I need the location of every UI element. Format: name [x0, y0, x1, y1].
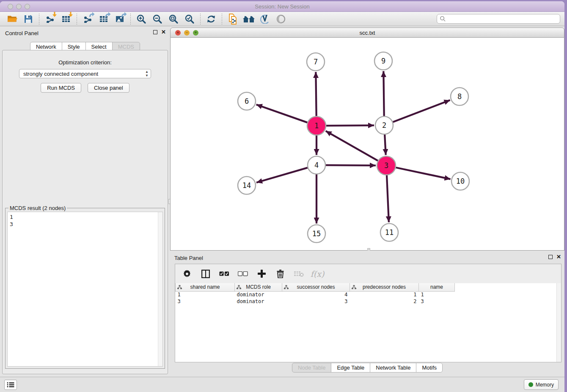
table-panel-body: f(x) shared nameMCDS rolesuccessor nodes…	[175, 264, 561, 362]
column-header-predecessor-nodes[interactable]: predecessor nodes	[350, 283, 419, 291]
graphics-details-icon	[276, 14, 286, 24]
network-graph[interactable]: 1234678910111415	[171, 38, 563, 250]
network-view-window: × − + scc.txt 1234678910111415	[170, 26, 564, 251]
select-all-button[interactable]	[219, 269, 229, 279]
apply-style-icon	[260, 14, 270, 24]
table-row[interactable]: 1dominator411	[176, 291, 455, 298]
export-image-button[interactable]	[113, 13, 126, 25]
criterion-select[interactable]: strongly connected component ▲▼	[19, 69, 151, 78]
import-table-button[interactable]	[60, 13, 72, 25]
zoom-out-icon	[152, 14, 162, 24]
open-session-button[interactable]	[6, 13, 19, 25]
table-settings-button[interactable]	[182, 269, 192, 279]
node-label-6: 6	[245, 97, 249, 105]
column-header-name[interactable]: name	[419, 283, 455, 291]
edge-1-6[interactable]	[256, 105, 308, 122]
table-cell[interactable]: 4	[282, 291, 350, 298]
apply-style-button[interactable]	[259, 13, 271, 25]
function-builder-button[interactable]: f(x)	[312, 269, 322, 279]
memory-button[interactable]: Memory	[524, 379, 559, 390]
table-row[interactable]: 3dominator323	[176, 298, 455, 305]
clone-network-button[interactable]	[226, 13, 239, 25]
search-input[interactable]	[446, 16, 560, 22]
edge-2-3[interactable]	[385, 135, 386, 155]
table-cell[interactable]: 1	[350, 291, 419, 298]
titlebar: Session: New Session	[0, 1, 564, 12]
edge-2-8[interactable]	[393, 100, 450, 122]
table-cell[interactable]: dominator	[235, 291, 282, 298]
edge-3-10[interactable]	[396, 168, 451, 179]
close-panel-icon[interactable]: ✕	[161, 30, 166, 34]
column-header-shared-name[interactable]: shared name	[176, 283, 235, 291]
toolbar-separator	[39, 14, 39, 25]
export-arrow-icon	[89, 12, 95, 17]
import-arrow-icon	[68, 12, 73, 17]
save-session-button[interactable]	[22, 13, 35, 25]
node-table[interactable]: shared nameMCDS rolesuccessor nodesprede…	[175, 283, 556, 362]
table-cell[interactable]: dominator	[235, 298, 282, 305]
desktop: Session: New Session	[0, 0, 567, 392]
sort-icon	[237, 285, 241, 290]
edge-4-3[interactable]	[326, 165, 376, 166]
tab-network-table[interactable]: Network Table	[370, 363, 416, 373]
table-cell[interactable]: 2	[350, 298, 419, 305]
zoom-fit-icon	[168, 14, 179, 24]
tab-edge-table[interactable]: Edge Table	[331, 363, 370, 373]
column-header-MCDS-role[interactable]: MCDS role	[235, 283, 282, 291]
zoom-in-button[interactable]	[135, 13, 148, 25]
float-panel-icon[interactable]	[153, 30, 157, 34]
edge-4-14[interactable]	[256, 168, 308, 182]
column-header-successor-nodes[interactable]: successor nodes	[282, 283, 350, 291]
float-panel-icon[interactable]	[548, 255, 553, 259]
graphics-details-button[interactable]	[275, 13, 287, 25]
main-toolbar	[0, 12, 564, 26]
toolbar-separator	[77, 14, 77, 25]
mcds-panel: Optimization criterion: strongly connect…	[2, 50, 168, 374]
result-scrollbar[interactable]	[158, 212, 162, 366]
table-cell[interactable]: 3	[282, 298, 350, 305]
network-window-titlebar[interactable]: × − + scc.txt	[170, 28, 564, 38]
first-neighbors-button[interactable]	[242, 13, 255, 25]
delete-table-button[interactable]	[294, 269, 304, 279]
clone-network-icon	[228, 14, 238, 25]
table-cell[interactable]: 1	[176, 291, 235, 298]
edge-3-11[interactable]	[387, 175, 389, 222]
sort-icon	[352, 285, 356, 290]
toolbar-separator	[222, 14, 222, 25]
refresh-button[interactable]	[205, 13, 217, 25]
zoom-selected-button[interactable]	[183, 13, 196, 25]
table-cell[interactable]: 3	[176, 298, 235, 305]
search-field[interactable]	[437, 14, 560, 24]
edge-1-2[interactable]	[326, 125, 374, 126]
task-history-button[interactable]	[4, 380, 17, 390]
criterion-selected-value: strongly connected component	[23, 71, 98, 77]
plus-icon	[258, 270, 266, 278]
zoom-out-button[interactable]	[151, 13, 164, 25]
run-mcds-button[interactable]: Run MCDS	[41, 83, 81, 93]
show-column-button[interactable]	[201, 269, 211, 279]
gear-icon	[183, 270, 191, 278]
node-label-11: 11	[385, 228, 394, 237]
add-column-button[interactable]	[256, 269, 267, 279]
deselect-all-button[interactable]	[238, 269, 248, 279]
export-network-button[interactable]	[81, 13, 94, 25]
import-network-button[interactable]	[44, 13, 56, 25]
tab-node-table[interactable]: Node Table	[292, 363, 332, 373]
edge-2-9[interactable]	[383, 71, 384, 116]
edge-3-1[interactable]	[326, 131, 378, 160]
table-toolbar: f(x)	[175, 264, 561, 283]
close-panel-button[interactable]: Close panel	[88, 83, 129, 93]
zoom-in-icon	[136, 14, 146, 24]
tab-motifs[interactable]: Motifs	[416, 363, 443, 373]
network-canvas[interactable]: 1234678910111415	[170, 38, 564, 251]
table-cell[interactable]: 3	[419, 298, 455, 305]
table-scrollbar[interactable]	[556, 283, 561, 362]
close-panel-icon[interactable]: ✕	[556, 255, 561, 259]
zoom-fit-button[interactable]	[167, 13, 180, 25]
mcds-result-area[interactable]: 1 3	[7, 212, 163, 367]
memory-label: Memory	[536, 382, 554, 388]
edge-1-7[interactable]	[316, 72, 316, 116]
table-cell[interactable]: 1	[419, 291, 455, 298]
export-table-button[interactable]	[97, 13, 110, 25]
delete-column-button[interactable]	[275, 269, 285, 279]
